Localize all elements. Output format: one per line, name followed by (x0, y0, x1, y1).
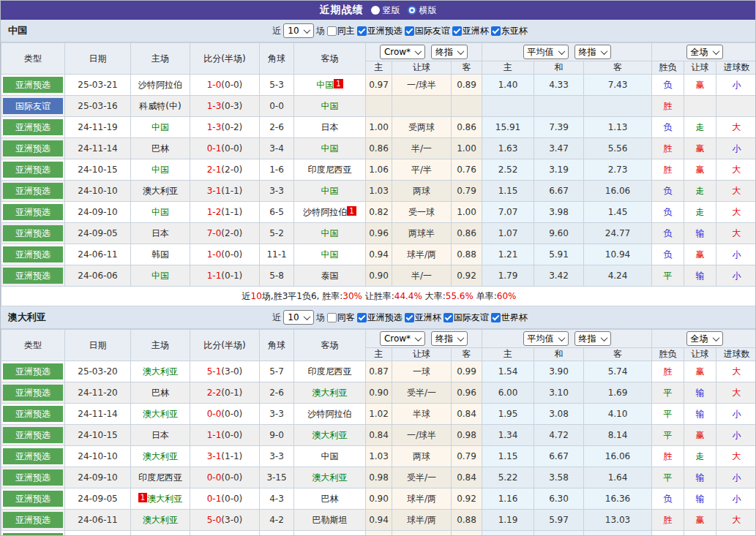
home-team-name: 中国 (151, 122, 169, 132)
away-team-name: 中国 (321, 249, 339, 260)
corner-cell: 5-3 (260, 75, 294, 96)
goals-result-cell: 小 (716, 488, 756, 510)
handicap-odds-cell: 1.06 (366, 159, 392, 181)
home-team-name: 澳大利亚 (143, 409, 178, 419)
same-home-checkbox[interactable] (327, 26, 337, 36)
layout-option-vertical[interactable]: 竖版 (371, 4, 400, 17)
handicap-odds-cell: 0.97 (366, 75, 392, 96)
scope-select[interactable]: 全场 (686, 331, 723, 346)
handicap-odds-cell: 0.82 (366, 202, 392, 223)
handicap-result-cell: 赢 (684, 361, 716, 382)
winloss-result-cell: 胜 (652, 510, 684, 531)
away-team-cell: 中国 (294, 181, 366, 202)
handicap-odds-cell: 0.90 (366, 265, 392, 287)
league-filter-3[interactable]: 东亚杯 (491, 25, 528, 37)
average-select[interactable]: 平均值 (523, 45, 569, 59)
goals-result-cell: 小 (716, 265, 756, 287)
subheader-avg_group-2: 客 (584, 348, 652, 361)
same-home-filter[interactable]: 同主 (327, 25, 355, 37)
chevron-down-icon (303, 313, 310, 320)
away-team-name: 巴林 (321, 494, 339, 504)
avg-stage-select[interactable]: 终指 (575, 45, 611, 59)
league-checkbox-0[interactable] (357, 26, 367, 36)
league-filter-2[interactable]: 国际友谊 (444, 312, 489, 324)
league-checkbox-3[interactable] (491, 26, 501, 36)
odds-stage-select[interactable]: 终指 (431, 331, 468, 346)
home-team-name: 澳大利亚 (143, 515, 178, 525)
avg-stage-select[interactable]: 终指 (575, 331, 611, 346)
winloss-result-cell: 负 (652, 75, 684, 96)
match-row: 亚洲预选24-09-051澳大利亚0-1(0-0)4-3巴林0.90球半/两0.… (1, 488, 756, 510)
header-3: 比分(半场) (190, 330, 260, 361)
avg-odds-cell: 5.91 (534, 244, 584, 265)
subheader-odds_group-1: 让球 (392, 348, 452, 361)
winloss-result-cell: 平 (652, 425, 684, 446)
scope-select[interactable]: 全场 (686, 45, 723, 59)
full-dropdown: 全场 (652, 43, 756, 61)
away-team-name: 中国 (321, 101, 339, 111)
layout-option-horizontal[interactable]: 横版 (408, 4, 437, 17)
league-checkbox-1[interactable] (405, 26, 414, 36)
halftime-score: (0-0) (221, 494, 242, 504)
halftime-score: (0-0) (221, 80, 242, 90)
league-checkbox-2[interactable] (444, 313, 453, 322)
radio-vertical-icon[interactable] (371, 6, 380, 15)
date-cell: 24-06-06 (65, 265, 131, 287)
match-count-select[interactable]: 10 (283, 23, 313, 38)
handicap-odds-cell: 0.87 (366, 361, 392, 382)
date-cell: 24-10-10 (65, 446, 131, 467)
away-team-cell: 中国 (294, 138, 366, 159)
league-checkbox-0[interactable] (357, 313, 367, 322)
match-count-select[interactable]: 10 (283, 310, 313, 325)
handicap-result-cell (684, 96, 716, 117)
odds-stage-select[interactable]: 终指 (431, 45, 468, 59)
corner-cell: 3-15 (260, 467, 294, 488)
league-checkbox-2[interactable] (452, 26, 462, 36)
home-team-name: 科威特(中) (139, 101, 181, 111)
filter-controls: 近10场同客亚洲预选亚洲杯国际友谊世界杯 (228, 310, 527, 325)
same-away-checkbox[interactable] (327, 313, 337, 322)
home-team-cell: 科威特(中) (131, 96, 190, 117)
bookmaker-select[interactable]: Crow* (380, 331, 425, 346)
goals-result-cell: 大 (716, 117, 756, 138)
handicap-odds-cell: 0.94 (366, 244, 392, 265)
league-checkbox-1[interactable] (405, 313, 414, 322)
avg-odds-cell: 8.14 (584, 425, 652, 446)
avg-odds-cell: 1.15 (482, 181, 534, 202)
bookmaker-select[interactable]: Crow* (380, 45, 425, 59)
handicap-result-cell: 赢 (684, 510, 716, 531)
match-row: 亚洲预选24-09-10印度尼西亚0-0(0-0)3-15澳大利亚0.98受半/… (1, 467, 756, 488)
home-team-cell: 孟加拉国 (131, 531, 190, 536)
winloss-result-cell: 平 (652, 382, 684, 404)
halftime-score: (0-1) (221, 271, 242, 281)
filter-controls: 近10场同主亚洲预选国际友谊亚洲杯东亚杯 (228, 23, 527, 38)
score-cell: 2-2(0-1) (190, 382, 260, 404)
league-filter-2[interactable]: 亚洲杯 (452, 25, 489, 37)
goals-result-cell: 小 (716, 467, 756, 488)
avg-dropdowns: 平均值终指 (482, 330, 652, 348)
avg-odds-cell: 3.98 (534, 202, 584, 223)
corner-cell: 5-7 (260, 361, 294, 382)
chevron-down-icon (600, 334, 607, 341)
avg-odds-cell: 3.58 (534, 467, 584, 488)
average-select[interactable]: 平均值 (523, 331, 569, 346)
avg-odds-cell: 17.73 (534, 531, 584, 536)
summary-segment: 10 (251, 291, 262, 301)
league-filter-1[interactable]: 亚洲杯 (405, 312, 441, 324)
winloss-result-cell: 胜 (652, 531, 684, 536)
league-checkbox-3[interactable] (491, 313, 501, 322)
league-filter-0[interactable]: 亚洲预选 (357, 25, 403, 37)
league-filter-0[interactable]: 亚洲预选 (357, 312, 403, 324)
same-away-filter[interactable]: 同客 (327, 312, 355, 324)
handicap-odds-cell (392, 96, 452, 117)
match-row: 亚洲预选24-06-06中国1-1(0-1)5-8泰国0.90半/一0.921.… (1, 265, 756, 287)
league-cell: 亚洲预选 (1, 244, 65, 265)
near-label: 近 (272, 312, 281, 324)
league-filter-3[interactable]: 世界杯 (491, 312, 528, 324)
subheader-avg_group-1: 和 (534, 348, 584, 361)
league-filter-1[interactable]: 国际友谊 (405, 25, 450, 37)
home-team-name: 巴林 (151, 143, 169, 154)
handicap-odds-cell: 受半/一 (392, 467, 452, 488)
radio-horizontal-icon[interactable] (408, 6, 416, 15)
league-cell: 亚洲预选 (1, 75, 65, 96)
